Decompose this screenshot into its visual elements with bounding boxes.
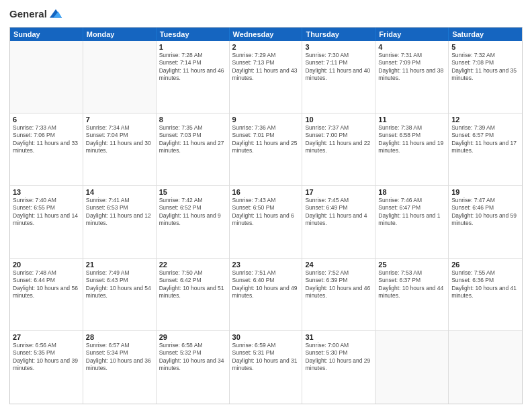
day-cell-21: 21Sunrise: 7:49 AM Sunset: 6:43 PM Dayli… bbox=[83, 259, 157, 330]
day-number: 1 bbox=[159, 43, 226, 51]
empty-cell bbox=[449, 331, 522, 404]
day-cell-19: 19Sunrise: 7:47 AM Sunset: 6:46 PM Dayli… bbox=[449, 186, 522, 258]
cell-info: Sunrise: 7:52 AM Sunset: 6:39 PM Dayligh… bbox=[305, 269, 372, 300]
day-number: 22 bbox=[159, 261, 226, 269]
day-cell-16: 16Sunrise: 7:43 AM Sunset: 6:50 PM Dayli… bbox=[230, 186, 303, 258]
cell-info: Sunrise: 7:28 AM Sunset: 7:14 PM Dayligh… bbox=[159, 52, 226, 83]
day-cell-23: 23Sunrise: 7:51 AM Sunset: 6:40 PM Dayli… bbox=[230, 259, 303, 330]
day-cell-13: 13Sunrise: 7:40 AM Sunset: 6:55 PM Dayli… bbox=[10, 186, 83, 258]
cell-info: Sunrise: 7:47 AM Sunset: 6:46 PM Dayligh… bbox=[451, 197, 519, 228]
day-cell-31: 31Sunrise: 7:00 AM Sunset: 5:30 PM Dayli… bbox=[302, 331, 375, 404]
day-number: 27 bbox=[13, 333, 80, 341]
day-cell-20: 20Sunrise: 7:48 AM Sunset: 6:44 PM Dayli… bbox=[10, 259, 83, 330]
day-number: 29 bbox=[159, 333, 226, 341]
cell-info: Sunrise: 7:42 AM Sunset: 6:52 PM Dayligh… bbox=[159, 197, 226, 228]
cell-info: Sunrise: 7:55 AM Sunset: 6:36 PM Dayligh… bbox=[451, 269, 519, 300]
day-cell-15: 15Sunrise: 7:42 AM Sunset: 6:52 PM Dayli… bbox=[157, 186, 230, 258]
day-cell-17: 17Sunrise: 7:45 AM Sunset: 6:49 PM Dayli… bbox=[302, 186, 375, 258]
cell-info: Sunrise: 7:35 AM Sunset: 7:03 PM Dayligh… bbox=[159, 124, 226, 155]
empty-cell bbox=[375, 331, 449, 404]
day-cell-27: 27Sunrise: 6:56 AM Sunset: 5:35 PM Dayli… bbox=[10, 331, 83, 404]
day-number: 15 bbox=[159, 188, 226, 196]
day-cell-9: 9Sunrise: 7:36 AM Sunset: 7:01 PM Daylig… bbox=[230, 113, 303, 185]
day-number: 14 bbox=[86, 188, 153, 196]
day-cell-3: 3Sunrise: 7:30 AM Sunset: 7:11 PM Daylig… bbox=[302, 41, 375, 113]
cell-info: Sunrise: 7:39 AM Sunset: 6:57 PM Dayligh… bbox=[451, 124, 519, 155]
header-day-monday: Monday bbox=[83, 28, 157, 41]
calendar-header: SundayMondayTuesdayWednesdayThursdayFrid… bbox=[10, 28, 522, 41]
cell-info: Sunrise: 7:48 AM Sunset: 6:44 PM Dayligh… bbox=[13, 269, 80, 300]
cell-info: Sunrise: 6:57 AM Sunset: 5:34 PM Dayligh… bbox=[86, 342, 153, 373]
day-cell-22: 22Sunrise: 7:50 AM Sunset: 6:42 PM Dayli… bbox=[157, 259, 230, 330]
calendar: SundayMondayTuesdayWednesdayThursdayFrid… bbox=[9, 27, 523, 404]
cell-info: Sunrise: 7:46 AM Sunset: 6:47 PM Dayligh… bbox=[378, 197, 445, 228]
cell-info: Sunrise: 7:51 AM Sunset: 6:40 PM Dayligh… bbox=[232, 269, 300, 300]
day-cell-8: 8Sunrise: 7:35 AM Sunset: 7:03 PM Daylig… bbox=[157, 113, 230, 185]
cell-info: Sunrise: 7:43 AM Sunset: 6:50 PM Dayligh… bbox=[232, 197, 300, 228]
header-day-tuesday: Tuesday bbox=[157, 28, 230, 41]
day-number: 20 bbox=[13, 261, 80, 269]
logo-icon bbox=[48, 7, 63, 21]
day-number: 25 bbox=[378, 261, 445, 269]
page: General SundayMondayTuesdayWednesdayThur… bbox=[0, 0, 532, 411]
day-number: 4 bbox=[378, 43, 445, 51]
cell-info: Sunrise: 7:50 AM Sunset: 6:42 PM Dayligh… bbox=[159, 269, 226, 300]
day-number: 17 bbox=[305, 188, 372, 196]
day-cell-7: 7Sunrise: 7:34 AM Sunset: 7:04 PM Daylig… bbox=[83, 113, 157, 185]
day-cell-1: 1Sunrise: 7:28 AM Sunset: 7:14 PM Daylig… bbox=[157, 41, 230, 113]
day-number: 8 bbox=[159, 116, 226, 124]
day-number: 23 bbox=[232, 261, 300, 269]
day-number: 31 bbox=[305, 333, 372, 341]
cell-info: Sunrise: 7:33 AM Sunset: 7:06 PM Dayligh… bbox=[13, 124, 80, 155]
day-number: 9 bbox=[232, 116, 300, 124]
cell-info: Sunrise: 7:34 AM Sunset: 7:04 PM Dayligh… bbox=[86, 124, 153, 155]
cell-info: Sunrise: 7:31 AM Sunset: 7:09 PM Dayligh… bbox=[378, 52, 445, 83]
day-number: 2 bbox=[232, 43, 300, 51]
week-row-4: 20Sunrise: 7:48 AM Sunset: 6:44 PM Dayli… bbox=[10, 259, 522, 331]
cell-info: Sunrise: 7:45 AM Sunset: 6:49 PM Dayligh… bbox=[305, 197, 372, 228]
day-cell-26: 26Sunrise: 7:55 AM Sunset: 6:36 PM Dayli… bbox=[449, 259, 522, 330]
cell-info: Sunrise: 7:53 AM Sunset: 6:37 PM Dayligh… bbox=[378, 269, 445, 300]
day-cell-29: 29Sunrise: 6:58 AM Sunset: 5:32 PM Dayli… bbox=[157, 331, 230, 404]
cell-info: Sunrise: 7:36 AM Sunset: 7:01 PM Dayligh… bbox=[232, 124, 300, 155]
day-cell-18: 18Sunrise: 7:46 AM Sunset: 6:47 PM Dayli… bbox=[375, 186, 449, 258]
day-cell-11: 11Sunrise: 7:38 AM Sunset: 6:58 PM Dayli… bbox=[375, 113, 449, 185]
logo-text: General bbox=[9, 8, 47, 20]
day-number: 11 bbox=[378, 116, 445, 124]
day-number: 24 bbox=[305, 261, 372, 269]
header-day-sunday: Sunday bbox=[10, 28, 83, 41]
day-cell-5: 5Sunrise: 7:32 AM Sunset: 7:08 PM Daylig… bbox=[449, 41, 522, 113]
day-number: 21 bbox=[86, 261, 153, 269]
day-cell-28: 28Sunrise: 6:57 AM Sunset: 5:34 PM Dayli… bbox=[83, 331, 157, 404]
day-number: 18 bbox=[378, 188, 445, 196]
cell-info: Sunrise: 7:38 AM Sunset: 6:58 PM Dayligh… bbox=[378, 124, 445, 155]
header: General bbox=[9, 7, 523, 21]
cell-info: Sunrise: 7:29 AM Sunset: 7:13 PM Dayligh… bbox=[232, 52, 300, 83]
week-row-2: 6Sunrise: 7:33 AM Sunset: 7:06 PM Daylig… bbox=[10, 113, 522, 186]
header-day-saturday: Saturday bbox=[449, 28, 522, 41]
day-number: 16 bbox=[232, 188, 300, 196]
day-cell-6: 6Sunrise: 7:33 AM Sunset: 7:06 PM Daylig… bbox=[10, 113, 83, 185]
day-number: 28 bbox=[86, 333, 153, 341]
empty-cell bbox=[10, 41, 83, 113]
cell-info: Sunrise: 7:00 AM Sunset: 5:30 PM Dayligh… bbox=[305, 342, 372, 373]
cell-info: Sunrise: 6:56 AM Sunset: 5:35 PM Dayligh… bbox=[13, 342, 80, 373]
week-row-1: 1Sunrise: 7:28 AM Sunset: 7:14 PM Daylig… bbox=[10, 41, 522, 113]
week-row-5: 27Sunrise: 6:56 AM Sunset: 5:35 PM Dayli… bbox=[10, 331, 522, 404]
day-number: 3 bbox=[305, 43, 372, 51]
cell-info: Sunrise: 7:49 AM Sunset: 6:43 PM Dayligh… bbox=[86, 269, 153, 300]
header-day-friday: Friday bbox=[375, 28, 449, 41]
logo: General bbox=[9, 7, 63, 21]
cell-info: Sunrise: 7:32 AM Sunset: 7:08 PM Dayligh… bbox=[451, 52, 519, 83]
header-day-wednesday: Wednesday bbox=[230, 28, 303, 41]
cell-info: Sunrise: 7:40 AM Sunset: 6:55 PM Dayligh… bbox=[13, 197, 80, 228]
day-number: 30 bbox=[232, 333, 300, 341]
cell-info: Sunrise: 7:37 AM Sunset: 7:00 PM Dayligh… bbox=[305, 124, 372, 155]
day-number: 6 bbox=[13, 116, 80, 124]
empty-cell bbox=[83, 41, 157, 113]
day-number: 19 bbox=[451, 188, 519, 196]
day-number: 13 bbox=[13, 188, 80, 196]
cell-info: Sunrise: 7:30 AM Sunset: 7:11 PM Dayligh… bbox=[305, 52, 372, 83]
week-row-3: 13Sunrise: 7:40 AM Sunset: 6:55 PM Dayli… bbox=[10, 186, 522, 259]
day-cell-10: 10Sunrise: 7:37 AM Sunset: 7:00 PM Dayli… bbox=[302, 113, 375, 185]
